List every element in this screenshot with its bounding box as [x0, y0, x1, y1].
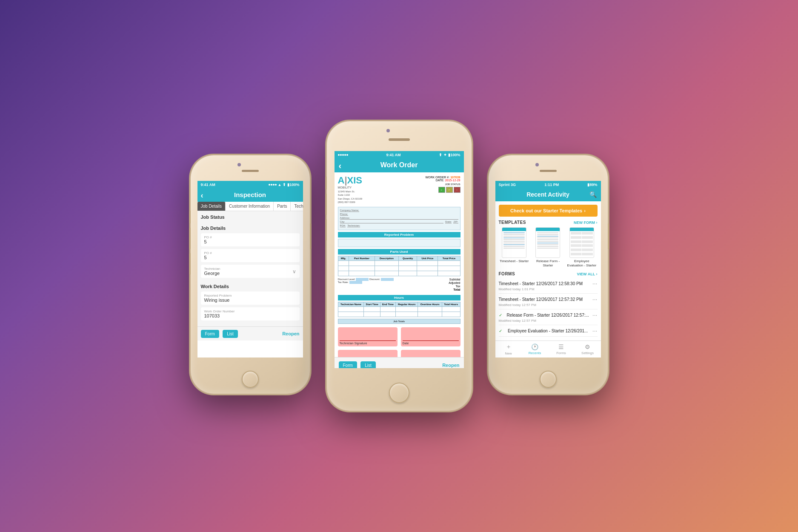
insp-tab-customer-info[interactable]: Customer Information	[226, 202, 274, 211]
wo-col-reg: Regular Hours	[395, 302, 418, 306]
insp-reopen-button[interactable]: Reopen	[282, 331, 299, 336]
wo-tax: Tax	[449, 285, 460, 288]
phone3-time: 1:11 PM	[544, 183, 559, 187]
phone2-loc-icon: ⬆	[439, 153, 442, 157]
insp-back-arrow[interactable]: ‹	[201, 191, 203, 200]
wo-form-row-5: PO#: Technician:	[340, 224, 458, 227]
insp-form-button[interactable]: Form	[201, 330, 219, 338]
list-item[interactable]: Timesheet - Starter 12/26/2017 12:58:30 …	[499, 278, 598, 294]
insp-tech-label: Technician	[204, 267, 220, 271]
phone1-home-button[interactable]	[242, 371, 259, 388]
phone1-btn-vol-down	[189, 253, 191, 275]
wo-form-row-2: Phone:	[340, 213, 458, 216]
list-item[interactable]: Timesheet - Starter 12/26/2017 12:57:32 …	[499, 294, 598, 309]
more-options-icon-4[interactable]: ···	[592, 327, 598, 334]
ra-template-employee-eval[interactable]: Employee Evaluation - Starter	[566, 227, 597, 267]
phone2-home-button[interactable]	[389, 383, 409, 403]
insp-tab-tech[interactable]: Tech	[291, 202, 303, 211]
list-item[interactable]: ✓ Release Form - Starter 12/26/2017 12:5…	[499, 309, 598, 325]
insp-po2-value: 5	[204, 255, 296, 260]
insp-tab-parts[interactable]: Parts	[274, 202, 291, 211]
wo-parts-used-header: Parts Used	[338, 249, 460, 255]
search-icon[interactable]: 🔍	[589, 191, 597, 198]
wo-signatures: Technician Signature Date	[338, 327, 460, 346]
ra-forms-section: FORMS VIEW ALL › Timesheet - Starter 12/…	[499, 272, 598, 337]
phone1-status-bar: 9:41 AM ▲ ⬆ ▮100%	[197, 181, 303, 189]
wo-form-button[interactable]: Form	[339, 361, 357, 368]
ra-form-check-3: ✓	[499, 313, 502, 317]
phone3-home-button[interactable]	[540, 371, 557, 388]
phone3-btn-vol-down	[487, 253, 489, 275]
phone1-speaker	[242, 170, 259, 172]
insp-tab-job-details[interactable]: Job Details	[197, 202, 226, 211]
ra-templates-title: TEMPLATES	[499, 220, 526, 225]
ra-template-release-form[interactable]: Release Form - Starter	[532, 227, 563, 267]
ra-form-name-1: Timesheet - Starter 12/26/2017 12:58:30 …	[499, 281, 583, 286]
phone2-signal	[338, 154, 348, 156]
phone2-btn-mute	[325, 177, 327, 189]
wo-signatures-2: Supervisor Signature Date	[338, 350, 460, 357]
wo-footer-buttons: Form List	[339, 361, 376, 368]
ra-template-release-form-thumb	[535, 227, 560, 258]
insp-footer: Form List Reopen	[197, 326, 303, 340]
wo-city-field: City:	[340, 220, 443, 223]
phone3-carrier: Sprint 3G	[499, 183, 516, 187]
insp-tabs: Job Details Customer Information Parts T…	[197, 202, 303, 211]
table-row	[338, 271, 460, 276]
phone1-signal	[269, 184, 277, 186]
more-options-icon-2[interactable]: ···	[592, 296, 598, 303]
wo-list-button[interactable]: List	[360, 361, 376, 368]
phone2-battery-icon: ▮100%	[448, 153, 460, 157]
wo-col-mfg: Mfg.	[338, 256, 349, 260]
scene: 9:41 AM ▲ ⬆ ▮100% ‹ Inspection Job Detai…	[0, 0, 798, 532]
insp-po1-field: PO # 5	[201, 233, 300, 246]
insp-footer-buttons: Form List	[201, 329, 238, 338]
ra-cta-button[interactable]: Check out our Starter Templates ›	[499, 205, 598, 217]
wo-col-qty: Quantity	[399, 256, 417, 260]
wo-back-arrow[interactable]: ‹	[339, 161, 342, 171]
table-row	[338, 266, 460, 271]
insp-work-order-field: Work Order Number 107033	[201, 307, 300, 320]
wo-reopen-button[interactable]: Reopen	[442, 363, 459, 368]
insp-list-button[interactable]: List	[223, 330, 238, 338]
ra-form-title-4: ✓ Employee Evaluation - Starter 12/26/20…	[499, 327, 598, 334]
wo-logo-container: A|XIS MOBILITY 12345 Main St.Suite 1102S…	[338, 176, 363, 204]
wo-po-field: PO#:	[340, 224, 346, 227]
wo-status-incomplete: I	[454, 187, 460, 193]
ra-view-all-link[interactable]: VIEW ALL ›	[577, 272, 598, 276]
ra-nav-settings[interactable]: ⚙ Settings	[575, 341, 601, 358]
insp-reported-problem-label: Reported Problem	[204, 294, 296, 297]
ra-form-title-2: Timesheet - Starter 12/26/2017 12:57:32 …	[499, 296, 598, 303]
wo-info-right: WORK ORDER #: 107039 DATE: 2015-12-29 JO…	[425, 176, 460, 193]
wo-title: Work Order	[380, 161, 418, 169]
ra-new-form-link[interactable]: NEW FORM ›	[574, 220, 598, 225]
wo-col-end: End Time	[380, 302, 395, 306]
phone2-icons: ⬆ ✦ ▮100%	[439, 153, 460, 157]
wo-job-status-label: JOB STATUS	[425, 183, 460, 186]
ra-forms-header-row: FORMS VIEW ALL ›	[499, 272, 598, 276]
wo-discount-row: Discount Level: Discount: Tax Rate:	[338, 278, 394, 293]
more-options-icon-1[interactable]: ···	[592, 280, 598, 287]
ra-template-timesheet[interactable]: Timesheet - Starter	[499, 227, 530, 267]
wo-col-totalprice: Total Price	[438, 256, 460, 260]
wo-form-row-4: City: State: ZIP:	[340, 220, 458, 223]
wo-order-num: 107039	[450, 176, 460, 179]
wo-discount-box	[356, 278, 369, 281]
phone1-time: 9:41 AM	[201, 183, 215, 187]
ra-nav-forms[interactable]: ☰ Forms	[548, 341, 575, 358]
wo-hours-header: Hours	[338, 295, 460, 300]
insp-reported-problem-value: Wiring issue	[204, 297, 296, 303]
table-row	[338, 260, 460, 266]
wo-logo-row: A|XIS MOBILITY 12345 Main St.Suite 1102S…	[338, 176, 460, 204]
phone1-screen: 9:41 AM ▲ ⬆ ▮100% ‹ Inspection Job Detai…	[197, 181, 303, 358]
insp-tech-field[interactable]: Technician George ∨	[201, 265, 300, 278]
phone1-btn-mute	[189, 211, 191, 223]
phone-recent-activity: Sprint 3G 1:11 PM ▮89% Recent Activity 🔍…	[489, 155, 608, 394]
ra-nav-recents[interactable]: 🕐 Recents	[522, 341, 548, 358]
phone1-battery-icon: ▮100%	[287, 183, 299, 187]
more-options-icon-3[interactable]: ···	[592, 312, 598, 318]
wo-discount-pct-box	[381, 278, 394, 281]
ra-nav-new[interactable]: ＋ New	[495, 341, 522, 358]
list-item[interactable]: ✓ Employee Evaluation - Starter 12/26/20…	[499, 325, 598, 337]
insp-tech-content: Technician George	[204, 267, 220, 276]
